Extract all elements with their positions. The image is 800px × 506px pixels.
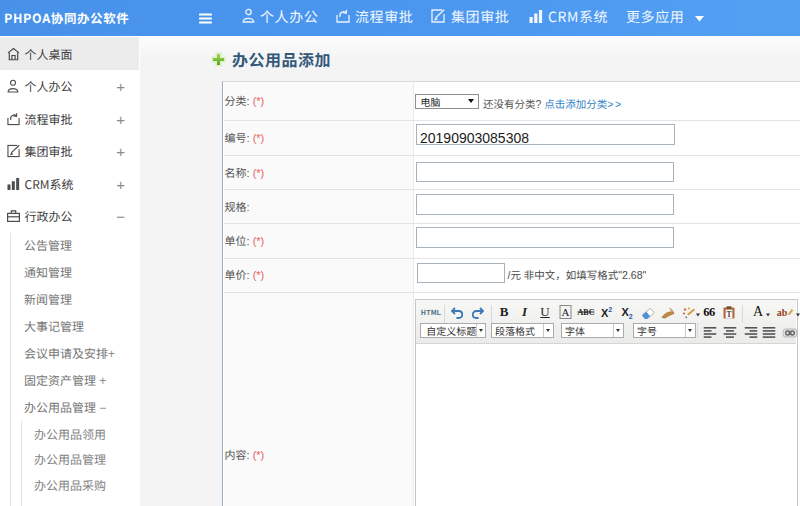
svg-text:T: T bbox=[726, 309, 731, 318]
